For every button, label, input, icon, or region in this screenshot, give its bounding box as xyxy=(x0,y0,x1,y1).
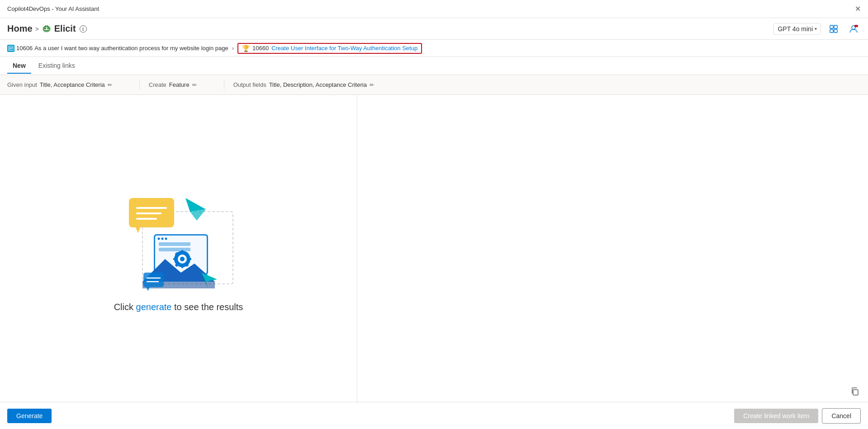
svg-point-32 xyxy=(165,238,167,240)
child-id: 10660 xyxy=(252,45,269,52)
parent-text: As a user I want two way authentication … xyxy=(34,45,228,52)
work-item-icon xyxy=(7,45,14,52)
story-icon xyxy=(8,46,14,51)
svg-rect-48 xyxy=(143,273,164,287)
footer-right: Create linked work item Cancel xyxy=(734,408,861,424)
create-group: Create Feature ✏ xyxy=(149,81,215,88)
header-right: GPT 4o mini ▾ ! xyxy=(773,22,861,36)
create-linked-work-item-button[interactable]: Create linked work item xyxy=(734,409,818,423)
close-button[interactable]: ✕ xyxy=(855,5,861,13)
given-input-label: Given input xyxy=(7,81,37,88)
gpt-label: GPT 4o mini xyxy=(778,25,813,33)
output-fields-edit-icon[interactable]: ✏ xyxy=(370,82,374,88)
child-work-item-selected[interactable]: 🏆 10660 Create User Interface for Two-Wa… xyxy=(237,43,422,54)
create-value: Feature xyxy=(169,81,190,88)
tabs-row: New Existing links xyxy=(0,57,868,75)
field-divider-2 xyxy=(224,80,224,90)
output-fields-group: Output fields Title, Description, Accept… xyxy=(233,81,392,88)
svg-rect-54 xyxy=(853,390,858,395)
footer: Generate Create linked work item Cancel xyxy=(0,402,868,429)
given-input-edit-icon[interactable]: ✏ xyxy=(108,82,112,88)
breadcrumb-separator: > xyxy=(35,25,39,33)
title-bar: Copilot4DevOps - Your AI Assistant ✕ xyxy=(0,0,868,18)
svg-rect-39 xyxy=(181,265,183,268)
svg-point-2 xyxy=(47,27,49,29)
user-icon: ! xyxy=(849,24,858,33)
svg-rect-11 xyxy=(834,29,837,33)
grid-icon xyxy=(830,25,838,33)
svg-rect-40 xyxy=(173,258,176,260)
breadcrumb: Home > Elicit i xyxy=(7,24,87,34)
info-icon[interactable]: i xyxy=(80,25,87,33)
fields-bar: Given input Title, Acceptance Criteria ✏… xyxy=(0,75,868,95)
header: Home > Elicit i GPT 4o mini ▾ xyxy=(0,18,868,40)
empty-text-before: Click xyxy=(114,302,136,312)
copy-svg xyxy=(851,387,859,396)
given-input-value: Title, Acceptance Criteria xyxy=(40,81,105,88)
svg-rect-9 xyxy=(834,25,837,28)
left-panel: Click generate to see the results xyxy=(0,95,357,402)
main-area: Click generate to see the results xyxy=(0,95,868,402)
elicit-icon xyxy=(42,24,52,34)
svg-rect-38 xyxy=(181,250,183,253)
copy-icon[interactable] xyxy=(851,387,859,397)
user-icon-button[interactable]: ! xyxy=(846,22,861,36)
tab-existing-links[interactable]: Existing links xyxy=(33,58,81,74)
grid-icon-button[interactable] xyxy=(826,22,841,36)
child-text: Create User Interface for Two-Way Authen… xyxy=(271,45,417,52)
illustration xyxy=(115,184,242,302)
create-label: Create xyxy=(149,81,166,88)
right-panel xyxy=(357,95,868,402)
workitem-breadcrumb: 10606 As a user I want two way authentic… xyxy=(0,40,868,57)
tab-new[interactable]: New xyxy=(7,58,31,74)
breadcrumb-home[interactable]: Home xyxy=(7,24,33,34)
svg-rect-34 xyxy=(159,248,190,251)
svg-marker-51 xyxy=(146,287,150,291)
svg-rect-41 xyxy=(189,258,191,260)
svg-rect-33 xyxy=(159,242,190,246)
svg-marker-24 xyxy=(136,227,140,233)
empty-state-text: Click generate to see the results xyxy=(114,302,243,312)
cancel-button[interactable]: Cancel xyxy=(822,408,861,424)
svg-point-30 xyxy=(157,238,160,240)
svg-point-31 xyxy=(161,238,163,240)
svg-point-6 xyxy=(45,25,46,26)
generate-link[interactable]: generate xyxy=(136,302,172,312)
breadcrumb-arrow: › xyxy=(232,45,234,52)
svg-text:!: ! xyxy=(856,25,856,27)
create-edit-icon[interactable]: ✏ xyxy=(192,82,197,88)
field-divider-1 xyxy=(139,80,140,90)
parent-work-item[interactable]: 10606 As a user I want two way authentic… xyxy=(7,45,228,52)
generate-button[interactable]: Generate xyxy=(7,409,52,423)
elicit-label: Elicit xyxy=(54,24,76,34)
chevron-down-icon: ▾ xyxy=(815,26,817,31)
trophy-icon: 🏆 xyxy=(242,45,250,52)
empty-text-after: to see the results xyxy=(171,302,243,312)
gpt-selector[interactable]: GPT 4o mini ▾ xyxy=(773,23,821,35)
svg-marker-25 xyxy=(185,198,206,212)
parent-id: 10606 xyxy=(16,45,33,52)
breadcrumb-elicit: Elicit i xyxy=(42,24,87,34)
svg-point-37 xyxy=(180,257,185,261)
svg-rect-8 xyxy=(830,25,833,28)
svg-point-1 xyxy=(44,27,46,29)
title-bar-text: Copilot4DevOps - Your AI Assistant xyxy=(7,5,99,12)
empty-state: Click generate to see the results xyxy=(114,302,243,312)
given-input-group: Given input Title, Acceptance Criteria ✏ xyxy=(7,81,130,88)
output-fields-label: Output fields xyxy=(233,81,266,88)
svg-point-7 xyxy=(47,25,48,26)
svg-rect-10 xyxy=(830,29,833,33)
output-fields-value: Title, Description, Acceptance Criteria xyxy=(269,81,367,88)
